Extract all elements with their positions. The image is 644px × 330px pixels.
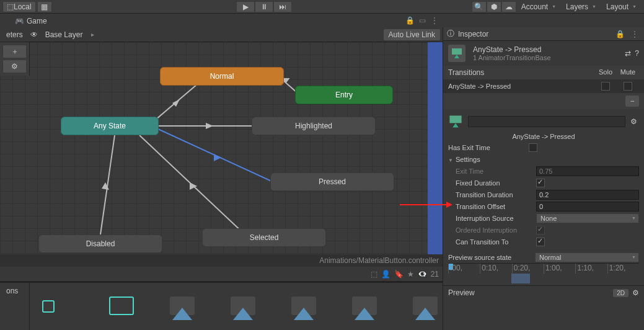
node-disabled[interactable]: Disabled — [38, 234, 162, 253]
right-scrollbar[interactable] — [428, 42, 443, 254]
menu-icon[interactable]: ⋮ — [429, 15, 440, 26]
node-selected[interactable]: Selected — [202, 228, 326, 247]
can-transition-row: Can Transition To — [443, 236, 644, 248]
parameters-tab[interactable]: eters — [2, 29, 27, 40]
gear-button[interactable]: ⚙ — [2, 60, 27, 73]
cloud-button[interactable]: ☁ — [501, 1, 516, 12]
top-toolbar: ⬚ Local ▦ ▶ ⏸ ⏭ 🔍 ⬢ ☁ Account Layers Lay… — [0, 0, 644, 14]
transition-settings-gear-icon[interactable]: ⚙ — [628, 116, 639, 127]
node-anystate[interactable]: Any State — [61, 117, 159, 135]
ordered-interruption-row: Ordered Interruption — [443, 224, 644, 236]
mute-checkbox[interactable] — [624, 82, 632, 91]
help-icon[interactable]: ? — [635, 49, 639, 58]
mute-header: Mute — [617, 68, 639, 77]
timeline-transition-range[interactable] — [511, 274, 531, 283]
preview-2d-button[interactable]: 2D — [613, 289, 629, 297]
track-clip-4[interactable] — [224, 293, 248, 320]
inspector-tab-label[interactable]: Inspector — [458, 30, 611, 38]
transition-title-row: AnyState -> Pressed 1 AnimatorTransition… — [443, 43, 644, 63]
transitions-header: Transitions Solo Mute — [443, 66, 644, 79]
collab-button[interactable]: ⬢ — [487, 1, 501, 12]
chevron-right-icon: ▸ — [91, 31, 94, 38]
prefab-overrides-icon[interactable]: ⇄ — [625, 49, 631, 58]
search-button[interactable]: 🔍 — [472, 1, 487, 12]
tick: 1:10, — [575, 264, 607, 274]
tick: 1:20, — [607, 264, 639, 274]
add-button[interactable]: ＋ — [2, 45, 27, 58]
tab-game[interactable]: 🎮 Game — [9, 15, 53, 27]
exit-time-field[interactable] — [536, 166, 639, 176]
bottom-tab[interactable]: ons — [2, 285, 27, 297]
visible-count: 21 — [431, 270, 439, 279]
pause-button[interactable]: ⏸ — [255, 1, 273, 12]
settings-foldout[interactable]: Settings — [443, 153, 644, 165]
remove-transition-button[interactable]: − — [625, 96, 639, 107]
tab-bar: 🎮 Game — [0, 14, 644, 27]
svg-rect-13 — [449, 115, 461, 123]
transition-list-item[interactable]: AnyState -> Pressed — [443, 79, 644, 93]
graph-icon-row: ⬚ 👤 🔖 ★ 👁‍🗨21 — [0, 267, 443, 282]
inspector-lock-icon[interactable]: 🔒 — [614, 29, 625, 40]
transition-icon — [448, 45, 465, 62]
has-exit-time-checkbox[interactable] — [529, 143, 537, 152]
svg-rect-12 — [452, 48, 462, 55]
graph-footer: Animations/MaterialButton.controller — [0, 254, 443, 267]
preview-gear-icon[interactable]: ⚙ — [632, 288, 639, 297]
fixed-duration-checkbox[interactable] — [536, 179, 545, 187]
avatar-icon[interactable]: 👤 — [381, 270, 390, 279]
preview-source-select[interactable]: Normal — [535, 252, 639, 262]
layers-dropdown[interactable]: Layers — [561, 1, 601, 12]
node-highlighted[interactable]: Highlighted — [252, 117, 376, 135]
can-transition-checkbox[interactable] — [536, 238, 545, 246]
track-clip-1[interactable] — [42, 293, 66, 320]
node-pressed[interactable]: Pressed — [270, 172, 394, 191]
play-button[interactable]: ▶ — [236, 1, 255, 12]
track-clip-6[interactable] — [346, 293, 369, 320]
track-clip-5[interactable] — [285, 293, 309, 320]
lock-icon[interactable]: 🔒 — [404, 15, 415, 26]
preview-label: Preview — [448, 288, 475, 297]
inspector-menu-icon[interactable]: ⋮ — [629, 29, 640, 40]
inspector-header: ⓘ Inspector 🔒 ⋮ — [443, 27, 644, 41]
animation-tracks[interactable] — [30, 283, 443, 330]
node-normal[interactable]: Normal — [160, 67, 284, 86]
step-button[interactable]: ⏭ — [273, 1, 292, 12]
tag-icon[interactable]: 🔖 — [394, 270, 404, 279]
transition-timeline[interactable]: :00, 0:10, 0:20, 1:00, 1:10, 1:20, — [448, 263, 639, 285]
transition-bar-row: ⚙ — [443, 112, 644, 132]
inspector-body: AnyState -> Pressed 1 AnimatorTransition… — [443, 41, 644, 330]
track-clip-3[interactable] — [164, 293, 187, 320]
eye-icon[interactable]: 👁 — [30, 30, 38, 39]
preview-source-row: Preview source state Normal — [443, 251, 644, 263]
solo-checkbox[interactable] — [601, 82, 610, 91]
base-layer-button[interactable]: Base Layer — [40, 29, 88, 40]
side-buttons: ＋ ⚙ — [0, 42, 30, 76]
transition-offset-field[interactable] — [536, 202, 639, 212]
transition-name-bar[interactable] — [468, 116, 625, 127]
visibility-icon[interactable]: 👁‍🗨 — [418, 270, 427, 279]
exit-time-row: Exit Time — [443, 165, 644, 177]
account-dropdown[interactable]: Account — [516, 1, 561, 12]
local-label: Local — [14, 2, 32, 11]
layout-dropdown[interactable]: Layout — [601, 1, 642, 12]
track-clip-7[interactable] — [407, 293, 430, 320]
transition-duration-field[interactable] — [536, 190, 639, 200]
transition-offset-row: Transition Offset — [443, 200, 644, 212]
preview-row: Preview 2D ⚙ — [443, 285, 644, 300]
frame-icon[interactable]: ⬚ — [371, 270, 377, 279]
local-pivot-button[interactable]: ⬚ Local — [2, 1, 36, 12]
tick: 0:20, — [512, 264, 544, 274]
interruption-source-select[interactable]: None — [536, 213, 639, 223]
tab-game-label: Game — [27, 17, 47, 25]
graph-area[interactable]: Normal Entry Any State Highlighted Press… — [0, 42, 443, 254]
star-icon[interactable]: ★ — [407, 270, 414, 279]
node-entry[interactable]: Entry — [295, 86, 393, 104]
has-exit-time-row: Has Exit Time — [443, 141, 644, 153]
transition-title: AnyState -> Pressed — [473, 45, 621, 54]
transition-subtitle: 1 AnimatorTransitionBase — [473, 54, 621, 61]
grid-snap-button[interactable]: ▦ — [37, 1, 52, 12]
maximize-icon[interactable]: ▭ — [417, 15, 428, 26]
interruption-source-row: Interruption Source None — [443, 212, 644, 224]
track-clip-2[interactable] — [103, 293, 126, 320]
auto-live-link-button[interactable]: Auto Live Link — [384, 29, 440, 40]
